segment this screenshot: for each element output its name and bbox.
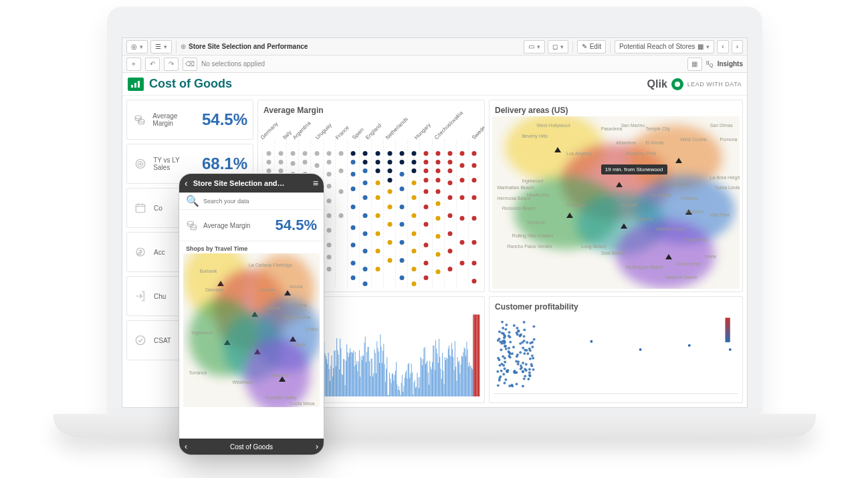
- data-point: [423, 189, 428, 194]
- data-point: [460, 240, 465, 245]
- data-point: [375, 249, 380, 253]
- city-label: Inglewood: [522, 178, 543, 183]
- delivery-map-card[interactable]: Delivery areas (US) West HollywoodBeverl…: [489, 100, 743, 292]
- view-menu-button[interactable]: ☰▾: [150, 40, 172, 53]
- profitability-card[interactable]: Customer profitability: [489, 296, 743, 403]
- city-label: Huntington Beach: [626, 265, 663, 269]
- data-point: [472, 261, 477, 265]
- data-point: [375, 213, 380, 218]
- data-point: [387, 222, 392, 227]
- strip-column: [456, 139, 468, 287]
- kpi-value: 68.1%: [202, 154, 247, 173]
- data-point: [339, 213, 344, 218]
- svg-point-365: [503, 340, 506, 342]
- city-label: Manhattan Beach: [497, 185, 534, 190]
- sheet-title: Cost of Goods: [149, 77, 232, 91]
- step-back-button[interactable]: ↶: [145, 57, 160, 71]
- present-button[interactable]: ▭▾: [524, 40, 545, 53]
- next-button[interactable]: ›: [316, 442, 318, 451]
- insights-button[interactable]: Insights: [718, 60, 743, 68]
- data-point: [460, 216, 465, 221]
- city-label: Torrance: [189, 370, 207, 375]
- clear-selections-button[interactable]: ⌫: [183, 57, 197, 71]
- data-point: [411, 231, 416, 236]
- city-label: Fullerton: [680, 196, 698, 201]
- exit-icon: [132, 288, 148, 304]
- data-point: [363, 213, 368, 218]
- data-point: [423, 151, 428, 156]
- svg-point-384: [505, 348, 508, 350]
- smart-search-button[interactable]: ⌖: [126, 57, 141, 71]
- svg-point-379: [524, 349, 526, 352]
- svg-point-388: [508, 334, 510, 337]
- phone-kpi[interactable]: Average Margin 54.5%: [179, 210, 324, 241]
- svg-point-273: [504, 368, 506, 370]
- chart-title: Average Margin: [263, 106, 479, 115]
- svg-point-326: [524, 368, 526, 370]
- delivery-map[interactable]: West HollywoodBeverly HillsLos AngelesPa…: [492, 116, 740, 289]
- data-point: [387, 160, 392, 164]
- strip-column: [359, 139, 371, 287]
- city-label: West Covina: [680, 137, 707, 142]
- data-point: [327, 172, 332, 176]
- monitor-icon: ▭: [528, 43, 534, 50]
- svg-point-393: [688, 344, 691, 347]
- grid-icon: ▦: [691, 60, 697, 68]
- search-input[interactable]: [203, 198, 317, 205]
- svg-point-301: [531, 354, 534, 357]
- data-point: [278, 168, 283, 173]
- data-point: [278, 160, 283, 164]
- selections-tool-button[interactable]: ▦: [687, 57, 702, 71]
- city-label: Rolling Hills Estates: [512, 233, 554, 238]
- svg-point-332: [519, 335, 522, 338]
- prev-button[interactable]: ‹: [185, 442, 187, 451]
- svg-point-378: [508, 384, 511, 387]
- data-point: [448, 151, 453, 156]
- data-point: [460, 195, 465, 200]
- bookmark-button[interactable]: ◻▾: [548, 40, 568, 53]
- svg-point-351: [504, 357, 506, 360]
- svg-point-392: [639, 348, 642, 351]
- data-point: [436, 189, 441, 194]
- svg-point-330: [508, 350, 510, 353]
- data-point: [423, 168, 428, 173]
- phone-title: Store Site Selection and…: [193, 179, 285, 187]
- svg-point-297: [498, 338, 501, 340]
- phone-map[interactable]: BurbankLa Cañada FlintridgeGlendaleArcad…: [183, 253, 320, 407]
- next-sheet-button[interactable]: ›: [732, 40, 743, 53]
- data-point: [399, 275, 404, 280]
- kpi-avg-margin[interactable]: Average Margin54.5%: [126, 100, 253, 140]
- phone-frame: ‹ Store Site Selection and… ≡ 🔍 Average …: [179, 174, 324, 455]
- data-point: [351, 261, 356, 265]
- breadcrumb[interactable]: Store Site Selection and Performance: [189, 43, 308, 50]
- data-point: [448, 249, 453, 253]
- map-tooltip: 19 min. from Stonewood: [601, 164, 667, 174]
- svg-point-7: [139, 163, 140, 164]
- data-point: [327, 243, 332, 247]
- kpi-label: CSAT: [154, 337, 171, 344]
- nav-menu-button[interactable]: ◎▾: [126, 40, 148, 53]
- back-button[interactable]: ‹: [185, 178, 188, 189]
- data-point: [472, 195, 477, 200]
- data-point: [423, 205, 428, 209]
- target-icon: [132, 156, 148, 172]
- svg-point-376: [504, 382, 506, 384]
- menu-button[interactable]: ≡: [313, 178, 318, 189]
- data-point: [460, 151, 465, 156]
- edit-button[interactable]: ✎Edit: [577, 40, 606, 53]
- data-point: [448, 181, 453, 185]
- coin-icon: [132, 244, 148, 260]
- svg-point-362: [522, 385, 524, 388]
- city-label: Temple City: [645, 126, 670, 131]
- city-label: West Covina: [284, 315, 311, 320]
- prev-sheet-button[interactable]: ‹: [717, 40, 728, 53]
- step-fwd-button[interactable]: ↷: [164, 57, 179, 71]
- svg-point-361: [504, 345, 507, 348]
- data-point: [436, 252, 441, 257]
- city-label: Santa Ana: [685, 237, 707, 242]
- data-point: [266, 151, 271, 156]
- chart-title: Customer profitability: [495, 302, 737, 312]
- sheet-selector[interactable]: Potential Reach of Stores ▦▾: [615, 40, 714, 53]
- city-label: La Brea Heights: [710, 175, 740, 180]
- data-point: [363, 267, 368, 271]
